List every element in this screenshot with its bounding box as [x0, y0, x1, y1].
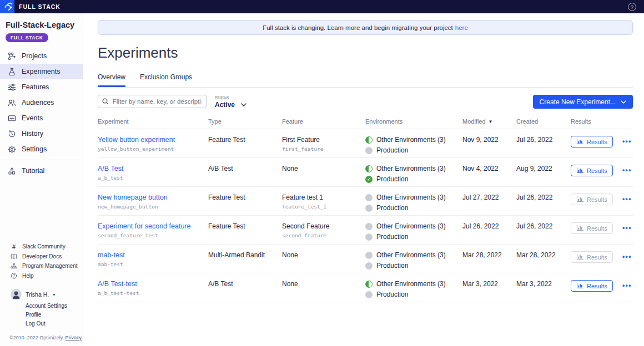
status-filter-dropdown[interactable]: Status Active [215, 95, 246, 109]
environment-paused-icon [365, 194, 373, 201]
footer-link-help[interactable]: Help [0, 271, 83, 281]
experiment-type: A/B Test [208, 280, 282, 288]
copyright: ©2010–2022 Optimizely. Privacy [0, 335, 83, 340]
status-label: Status [215, 95, 246, 100]
tab-exclusion-groups[interactable]: Exclusion Groups [140, 73, 192, 87]
bar-chart-icon [576, 196, 583, 202]
app-window: FULL STACK ? Full-Stack-Legacy FULL STAC… [0, 0, 644, 346]
sidebar-item-label: Experiments [22, 68, 60, 75]
column-header-type[interactable]: Type [208, 118, 282, 125]
create-new-experiment-button[interactable]: Create New Experiment... [533, 95, 633, 109]
project-name: Full-Stack-Legacy [0, 21, 83, 29]
column-header-environments[interactable]: Environments [365, 118, 462, 125]
row-more-menu-icon[interactable]: ••• [622, 165, 632, 176]
sidebar-item-history[interactable]: History [0, 126, 83, 141]
footer-link-slack-community[interactable]: #Slack Community [0, 242, 83, 252]
chevron-down-icon: ▾ [53, 292, 55, 297]
sidebar-item-features[interactable]: Features [0, 79, 83, 95]
experiment-type: Feature Test [208, 194, 282, 201]
footer-link-developer-docs[interactable]: Developer Docs [0, 252, 83, 262]
avatar [11, 289, 22, 300]
results-button[interactable]: Results [571, 194, 613, 205]
sidebar-item-label: Tutorial [22, 167, 44, 175]
privacy-link[interactable]: Privacy [66, 335, 82, 340]
experiment-name-link[interactable]: New homepage button [98, 194, 208, 201]
page-title: Experiments [98, 44, 633, 62]
feature-cell: Second Featuresecond_feature [282, 222, 365, 238]
environment-partial-icon [365, 281, 373, 288]
modified-date: Nov 9, 2022 [462, 136, 516, 144]
sidebar-footer: #Slack CommunityDeveloper DocsProgram Ma… [0, 242, 83, 346]
help-icon[interactable]: ? [628, 3, 636, 11]
column-header-feature[interactable]: Feature [282, 118, 365, 125]
created-date: Mar 28, 2022 [516, 251, 571, 259]
tab-overview[interactable]: Overview [98, 73, 125, 87]
experiment-name-link[interactable]: A/B Test-test [98, 280, 208, 288]
column-header-results[interactable]: Results [571, 118, 633, 125]
sidebar-item-audiences[interactable]: Audiences [0, 95, 83, 110]
feature-cell: None [282, 165, 365, 172]
modified-date: Nov 4, 2022 [462, 165, 516, 172]
experiment-type: Feature Test [208, 222, 282, 230]
row-more-menu-icon[interactable]: ••• [622, 136, 632, 147]
environment-status: ✓Production [365, 175, 462, 183]
environment-status: Other Environments (3) [365, 194, 462, 201]
environment-paused-icon [365, 262, 373, 269]
environments-cell: Other Environments (3)Production [365, 251, 462, 269]
sidebar-item-settings[interactable]: Settings [0, 141, 83, 157]
experiment-name-link[interactable]: A/B Test [98, 165, 208, 172]
search-input[interactable] [98, 95, 207, 108]
column-header-experiment[interactable]: Experiment [98, 118, 208, 125]
environments-cell: Other Environments (3)Production [365, 280, 462, 298]
topbar: FULL STACK ? [0, 0, 644, 13]
created-date: Jul 26, 2022 [516, 194, 571, 201]
sidebar-item-tutorial[interactable]: Tutorial [0, 163, 83, 179]
footer-link-program-management[interactable]: Program Management [0, 261, 83, 271]
experiment-name-link[interactable]: Experiment for second feature [98, 222, 208, 230]
experiment-name-link[interactable]: Yellow button experiment [98, 136, 208, 144]
table-row: mab-testmab-testMulti-Armed BanditNoneOt… [98, 245, 633, 273]
row-more-menu-icon[interactable]: ••• [622, 194, 632, 205]
banner-here-link[interactable]: here [455, 24, 468, 31]
experiment-key: second_feature_test [98, 232, 208, 238]
results-button[interactable]: Results [571, 222, 613, 234]
results-button[interactable]: Results [571, 251, 613, 263]
environment-status: Production [365, 233, 462, 241]
experiment-key: a_b_test [98, 175, 208, 181]
sidebar-item-projects[interactable]: Projects [0, 48, 83, 64]
row-more-menu-icon[interactable]: ••• [622, 222, 632, 234]
feature-key: second_feature [282, 232, 365, 238]
user-menu-item-profile[interactable]: Profile [0, 312, 83, 318]
search-box [98, 95, 207, 108]
results-cell: Results••• [571, 222, 633, 234]
environment-status: Other Environments (3) [365, 280, 462, 288]
optimizely-logo[interactable] [0, 0, 14, 13]
chevron-down-icon [241, 103, 246, 106]
results-button[interactable]: Results [571, 280, 613, 292]
sidebar-nav: ProjectsExperimentsFeaturesAudiencesEven… [0, 48, 83, 179]
brand-title: FULL STACK [19, 3, 61, 10]
results-button[interactable]: Results [571, 136, 613, 147]
user-menu-item-log-out[interactable]: Log Out [0, 320, 83, 327]
sidebar-item-experiments[interactable]: Experiments [0, 64, 83, 79]
environments-cell: Other Environments (3)Production [365, 222, 462, 241]
help-icon [11, 272, 17, 279]
user-menu-toggle[interactable]: Trisha H. ▾ [0, 289, 83, 300]
experiment-name-link[interactable]: mab-test [98, 251, 208, 259]
experiment-cell: Yellow button experimentyellow_button_ex… [98, 136, 208, 152]
feature-cell: Feature test 1feature_test_1 [282, 194, 365, 210]
user-menu-item-account-settings[interactable]: Account Settings [0, 303, 83, 309]
status-value: Active [215, 101, 235, 109]
environment-status: Other Environments (3) [365, 251, 462, 259]
sidebar-item-events[interactable]: Events [0, 110, 83, 126]
row-more-menu-icon[interactable]: ••• [622, 251, 632, 263]
column-header-modified[interactable]: Modified▼ [462, 118, 516, 125]
results-button[interactable]: Results [571, 165, 613, 176]
table-row: A/B Test-testa_b_test-testA/B TestNoneOt… [98, 273, 633, 302]
environment-status: Production [365, 204, 462, 212]
environment-partial-icon [365, 136, 373, 144]
experiment-cell: A/B Testa_b_test [98, 165, 208, 181]
column-header-created[interactable]: Created [516, 118, 571, 125]
experiment-type: Feature Test [208, 136, 282, 144]
row-more-menu-icon[interactable]: ••• [622, 280, 632, 292]
